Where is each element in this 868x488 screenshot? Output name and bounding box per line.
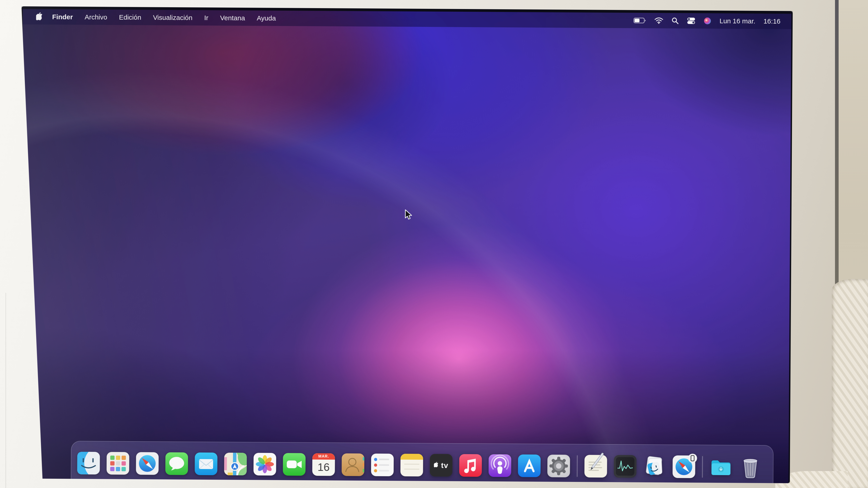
tv-label: tv: [441, 461, 448, 470]
dock-contacts-icon[interactable]: [342, 453, 364, 476]
notes-line: [404, 468, 420, 469]
dock: MAR. 16: [71, 441, 774, 483]
dock-calendar-icon[interactable]: MAR. 16: [312, 453, 335, 476]
desktop-wallpaper: [20, 9, 792, 483]
notes-line: [404, 464, 420, 464]
dock-podcasts-icon[interactable]: [489, 454, 511, 477]
menu-visualizacion[interactable]: Visualización: [147, 13, 198, 22]
control-center-icon[interactable]: [687, 17, 695, 24]
dock-downloads-folder-icon[interactable]: [710, 456, 733, 479]
menu-archivo[interactable]: Archivo: [79, 13, 113, 21]
dock-finder-icon[interactable]: [77, 452, 100, 475]
mac-screen: Finder Archivo Edición Visualización Ir …: [19, 6, 793, 483]
dock-maps-icon[interactable]: [224, 453, 247, 476]
menu-ventana[interactable]: Ventana: [214, 14, 251, 22]
dock-apple-tv-icon[interactable]: tv: [430, 454, 453, 477]
dock-safari-handoff-icon[interactable]: [673, 455, 695, 478]
dock-textedit-icon[interactable]: [584, 455, 607, 478]
dock-music-icon[interactable]: [459, 454, 482, 477]
handoff-iphone-badge: [688, 454, 697, 463]
wifi-icon[interactable]: [654, 17, 663, 24]
menu-edicion[interactable]: Edición: [113, 13, 147, 21]
calendar-month-label: MAR.: [312, 453, 335, 460]
blanket-texture: [832, 279, 868, 488]
dock-safari-icon[interactable]: [136, 452, 159, 475]
dock-migration-assistant-icon[interactable]: [643, 455, 666, 478]
menu-ir[interactable]: Ir: [198, 14, 214, 22]
notes-yellow-band: [401, 454, 423, 460]
dock-system-preferences-icon[interactable]: [547, 455, 570, 477]
spotlight-search-icon[interactable]: [672, 17, 679, 24]
menu-finder[interactable]: Finder: [46, 13, 79, 21]
calendar-day-label: 16: [318, 459, 330, 475]
dock-divider: [577, 455, 578, 477]
dock-divider: [702, 456, 703, 478]
apple-menu-icon[interactable]: [35, 12, 44, 21]
battery-icon[interactable]: [633, 18, 646, 24]
menu-bar-date[interactable]: Lun 16 mar.: [719, 17, 755, 25]
dock-messages-icon[interactable]: [165, 452, 188, 475]
dock-trash-icon[interactable]: [739, 456, 762, 479]
dock-photos-icon[interactable]: [253, 453, 276, 476]
dock-mail-icon[interactable]: [195, 453, 217, 475]
dock-reminders-icon[interactable]: [371, 453, 394, 476]
menu-ayuda[interactable]: Ayuda: [251, 14, 282, 22]
dock-app-store-icon[interactable]: [518, 454, 541, 477]
photo-of-mac-screen: Finder Archivo Edición Visualización Ir …: [0, 0, 868, 488]
bezel-seam-left: [5, 293, 6, 488]
dock-launchpad-icon[interactable]: [106, 452, 129, 475]
menu-bar-clock[interactable]: 16:16: [763, 18, 780, 25]
dock-notes-icon[interactable]: [400, 454, 423, 477]
dock-activity-monitor-icon[interactable]: [614, 455, 637, 478]
siri-icon[interactable]: [704, 17, 711, 25]
dock-facetime-icon[interactable]: [283, 453, 306, 476]
